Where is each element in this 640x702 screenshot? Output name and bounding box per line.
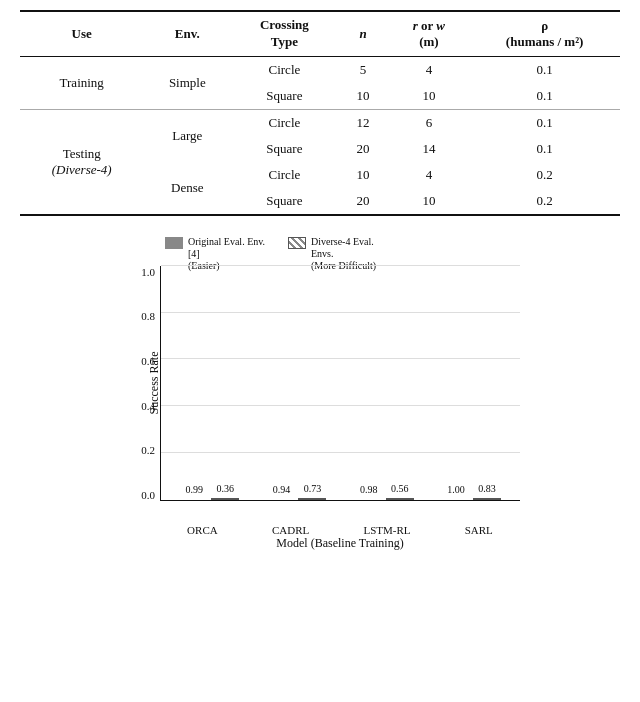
rho-0.2-1: 0.2 — [469, 162, 620, 188]
r-14: 14 — [389, 136, 470, 162]
bars-area: 0.99 0.36 0.94 0.73 — [161, 266, 520, 500]
bar-cadrl-hatched: 0.73 — [298, 498, 326, 500]
x-axis-labels: ORCA CADRL LSTM-RL SARL — [160, 524, 520, 536]
x-label-orca: ORCA — [187, 524, 218, 536]
legend-hatched-box — [288, 237, 306, 249]
r-10-1: 10 — [389, 83, 470, 110]
x-label-sarl: SARL — [465, 524, 493, 536]
bar-label-sarl-hatched: 0.83 — [478, 483, 496, 494]
n-5: 5 — [338, 56, 389, 83]
legend-solid-box — [165, 237, 183, 249]
rho-0.1-1: 0.1 — [469, 56, 620, 83]
crossing-circle-2: Circle — [231, 109, 337, 136]
x-axis-title: Model (Baseline Training) — [160, 536, 520, 551]
env-dense: Dense — [143, 162, 231, 214]
col-header-rw: r or w(m) — [389, 11, 470, 56]
r-10-2: 10 — [389, 188, 470, 214]
bar-label-cadrl-solid: 0.94 — [273, 484, 291, 495]
rho-0.1-4: 0.1 — [469, 136, 620, 162]
crossing-circle-3: Circle — [231, 162, 337, 188]
rho-0.2-2: 0.2 — [469, 188, 620, 214]
bar-group-cadrl: 0.94 0.73 — [267, 498, 326, 500]
rho-0.1-3: 0.1 — [469, 109, 620, 136]
crossing-square-1: Square — [231, 83, 337, 110]
x-label-cadrl: CADRL — [272, 524, 309, 536]
bar-orca-hatched: 0.36 — [211, 498, 239, 500]
n-10-2: 10 — [338, 162, 389, 188]
env-simple: Simple — [143, 56, 231, 109]
col-header-n: n — [338, 11, 389, 56]
r-6: 6 — [389, 109, 470, 136]
r-4: 4 — [389, 56, 470, 83]
n-12: 12 — [338, 109, 389, 136]
chart-plot-area: Success Rate 0.99 0.36 0.94 — [160, 266, 520, 501]
bar-label-lstm-hatched: 0.56 — [391, 483, 409, 494]
crossing-circle-1: Circle — [231, 56, 337, 83]
bar-group-orca: 0.99 0.36 — [180, 498, 239, 500]
bar-label-orca-solid: 0.99 — [185, 484, 203, 495]
crossing-square-2: Square — [231, 136, 337, 162]
col-header-use: Use — [20, 11, 143, 56]
col-header-env: Env. — [143, 11, 231, 56]
bar-lstm-hatched: 0.56 — [386, 498, 414, 500]
use-testing: Testing(Diverse-4) — [20, 109, 143, 214]
bar-group-sarl: 1.00 0.83 — [442, 498, 501, 500]
data-table: Use Env. CrossingType n r or w(m) ρ(huma… — [20, 10, 620, 216]
bar-label-lstm-solid: 0.98 — [360, 484, 378, 495]
y-label-1.0: 1.0 — [141, 266, 155, 278]
bar-chart: Original Eval. Env. [4](Easier) Diverse-… — [20, 236, 620, 556]
y-label-0.2: 0.2 — [141, 444, 155, 456]
bar-label-orca-hatched: 0.36 — [216, 483, 234, 494]
y-label-0.8: 0.8 — [141, 310, 155, 322]
bar-label-sarl-solid: 1.00 — [447, 484, 465, 495]
y-label-0.0: 0.0 — [141, 489, 155, 501]
y-axis-title: Success Rate — [147, 351, 162, 414]
n-20-2: 20 — [338, 188, 389, 214]
env-large: Large — [143, 109, 231, 162]
col-header-crossing: CrossingType — [231, 11, 337, 56]
rho-0.1-2: 0.1 — [469, 83, 620, 110]
use-training: Training — [20, 56, 143, 109]
bar-label-cadrl-hatched: 0.73 — [304, 483, 322, 494]
r-4-2: 4 — [389, 162, 470, 188]
x-label-lstm: LSTM-RL — [363, 524, 410, 536]
n-10-1: 10 — [338, 83, 389, 110]
crossing-square-3: Square — [231, 188, 337, 214]
col-header-rho: ρ(humans / m²) — [469, 11, 620, 56]
bar-sarl-hatched: 0.83 — [473, 498, 501, 500]
n-20-1: 20 — [338, 136, 389, 162]
bar-group-lstm: 0.98 0.56 — [355, 498, 414, 500]
